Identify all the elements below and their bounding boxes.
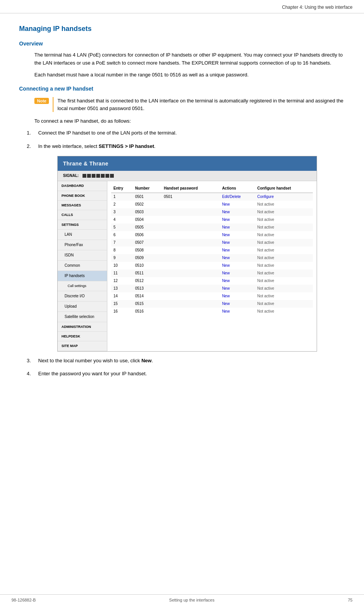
cell-action[interactable]: New	[220, 216, 255, 224]
step-2-text-before: In the web interface, select	[38, 143, 99, 149]
sidebar-call-settings[interactable]: Call settings	[58, 281, 107, 291]
cell-entry: 13	[111, 285, 133, 292]
sidebar-common[interactable]: Common	[58, 261, 107, 271]
cell-number: 0513	[133, 285, 162, 292]
cell-action[interactable]: New	[220, 239, 255, 246]
cell-number: 0509	[133, 254, 162, 262]
cell-entry: 1	[111, 193, 133, 201]
table-row: 100510NewNot active	[111, 262, 313, 269]
cell-action[interactable]: New	[220, 224, 255, 231]
cell-number: 0501	[133, 193, 162, 201]
sidebar-phone-book[interactable]: PHONE BOOK	[58, 191, 107, 201]
action-link[interactable]: New	[222, 217, 230, 222]
cell-configure: Not active	[255, 216, 313, 224]
step-2: 2. In the web interface, select SETTINGS…	[27, 143, 345, 151]
action-link[interactable]: New	[222, 225, 230, 229]
wi-header: Thrane & Thrane	[58, 156, 317, 171]
sidebar-dashboard[interactable]: DASHBOARD	[58, 181, 107, 191]
sidebar-lan[interactable]: LAN	[58, 230, 107, 240]
signal-block-5	[101, 174, 105, 178]
cell-action[interactable]: New	[220, 308, 255, 315]
action-link[interactable]: New	[222, 294, 230, 298]
sidebar-isdn[interactable]: ISDN	[58, 250, 107, 261]
cell-configure: Not active	[255, 277, 313, 285]
cell-entry: 15	[111, 300, 133, 308]
action-link[interactable]: New	[222, 233, 230, 237]
web-interface-box: Thrane & Thrane SIGNAL:	[57, 156, 317, 352]
table-row: 80508NewNot active	[111, 246, 313, 254]
sidebar-messages[interactable]: MESSAGES	[58, 201, 107, 210]
cell-action[interactable]: New	[220, 300, 255, 308]
action-link[interactable]: New	[222, 240, 230, 245]
table-row: 150515NewNot active	[111, 300, 313, 308]
cell-action[interactable]: New	[220, 201, 255, 208]
sidebar-phone-fax[interactable]: Phone/Fax	[58, 240, 107, 250]
cell-action[interactable]: New	[220, 262, 255, 269]
cell-password	[162, 208, 220, 216]
cell-password	[162, 246, 220, 254]
action-link[interactable]: New	[222, 302, 230, 306]
configure-link[interactable]: Configure	[257, 195, 273, 199]
cell-number: 0511	[133, 269, 162, 277]
sidebar-satellite-selection[interactable]: Satellite selection	[58, 312, 107, 322]
web-interface-screenshot-container: Thrane & Thrane SIGNAL:	[38, 156, 345, 352]
sidebar-ip-handsets[interactable]: IP handsets	[58, 271, 107, 281]
sidebar-site-map[interactable]: SITE MAP	[58, 341, 107, 351]
sidebar-discrete-io[interactable]: Discrete I/O	[58, 291, 107, 302]
action-link[interactable]: New	[222, 248, 230, 252]
step-4: 4. Enter the password you want for your …	[27, 370, 345, 378]
wi-main: Entry Number Handset password Actions Co…	[107, 181, 317, 351]
cell-action[interactable]: New	[220, 246, 255, 254]
sidebar-settings[interactable]: SETTINGS	[58, 220, 107, 230]
note-box: Note The first handset that is connected…	[34, 97, 345, 112]
action-link[interactable]: Edit/Delete	[222, 195, 241, 199]
sidebar-calls[interactable]: CALLS	[58, 210, 107, 220]
action-link[interactable]: New	[222, 256, 230, 260]
cell-configure: Not active	[255, 254, 313, 262]
cell-action[interactable]: New	[220, 269, 255, 277]
cell-entry: 6	[111, 231, 133, 239]
cell-password	[162, 224, 220, 231]
cell-password	[162, 277, 220, 285]
table-row: 130513NewNot active	[111, 285, 313, 292]
action-link[interactable]: New	[222, 309, 230, 313]
col-entry: Entry	[111, 184, 133, 193]
step-3-text-before: Next to the local number you wish to use…	[38, 358, 141, 363]
cell-entry: 2	[111, 201, 133, 208]
sidebar-helpdesk[interactable]: HELPDESK	[58, 332, 107, 341]
cell-action[interactable]: New	[220, 292, 255, 300]
page-footer: 98-126882-B Setting up the interfaces 75	[0, 594, 364, 605]
cell-configure: Not active	[255, 300, 313, 308]
action-link[interactable]: New	[222, 210, 230, 214]
cell-configure: Not active	[255, 224, 313, 231]
cell-configure: Not active	[255, 292, 313, 300]
cell-configure: Not active	[255, 308, 313, 315]
cell-number: 0515	[133, 300, 162, 308]
cell-action[interactable]: New	[220, 285, 255, 292]
col-actions: Actions	[220, 184, 255, 193]
action-link[interactable]: New	[222, 279, 230, 283]
wi-sidebar: DASHBOARD PHONE BOOK MESSAGES CALLS SETT…	[58, 181, 107, 351]
step-3-text-after: .	[152, 358, 153, 363]
cell-action[interactable]: New	[220, 277, 255, 285]
cell-number: 0514	[133, 292, 162, 300]
sidebar-administration[interactable]: ADMINISTRATION	[58, 322, 107, 332]
wi-signal-label: SIGNAL:	[63, 173, 79, 179]
cell-password	[162, 285, 220, 292]
overview-para-2: Each handset must have a local number in…	[34, 71, 345, 79]
cell-number: 0502	[133, 201, 162, 208]
step-3-text: Next to the local number you wish to use…	[38, 357, 345, 365]
cell-action[interactable]: New	[220, 254, 255, 262]
sidebar-upload[interactable]: Upload	[58, 302, 107, 312]
cell-action[interactable]: New	[220, 208, 255, 216]
step-1: 1. Connect the IP handset to one of the …	[27, 129, 345, 137]
signal-block-2	[87, 174, 91, 178]
action-link[interactable]: New	[222, 271, 230, 275]
cell-configure[interactable]: Configure	[255, 193, 313, 201]
action-link[interactable]: New	[222, 263, 230, 268]
action-link[interactable]: New	[222, 286, 230, 290]
cell-action[interactable]: New	[220, 231, 255, 239]
cell-action[interactable]: Edit/Delete	[220, 193, 255, 201]
action-link[interactable]: New	[222, 202, 230, 206]
cell-configure: Not active	[255, 246, 313, 254]
